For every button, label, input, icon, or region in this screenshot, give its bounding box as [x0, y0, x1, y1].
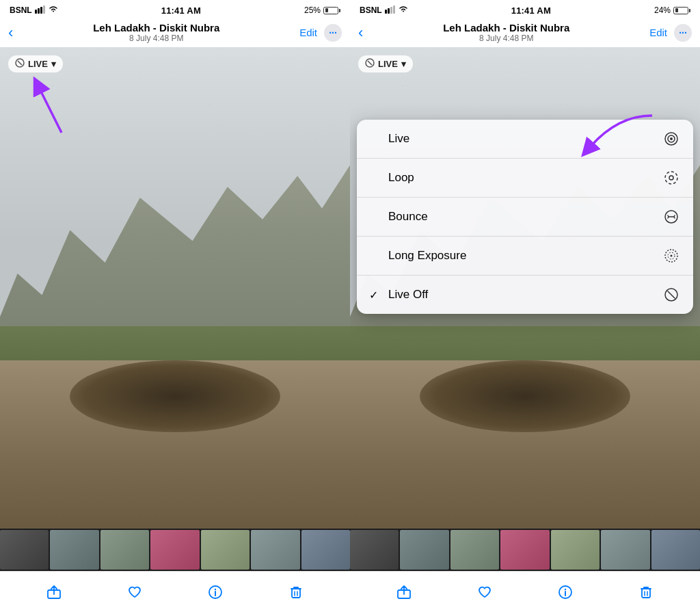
rock-patch-left [70, 360, 280, 433]
app-header-right: ‹ Leh Ladakh - Diskit Nubra 8 July 4:48 … [350, 19, 700, 47]
status-right-right: 24% [654, 5, 690, 15]
battery-icon-left [323, 7, 340, 14]
live-chevron-icon-right: ▾ [401, 59, 406, 69]
svg-point-10 [215, 588, 216, 589]
svg-rect-1 [38, 8, 40, 14]
battery-icon-right [673, 7, 690, 14]
header-center-right: Leh Ladakh - Diskit Nubra 8 July 4:48 PM [368, 22, 644, 43]
photo-area-left: LIVE ▾ [0, 47, 350, 529]
status-left: BSNL [10, 5, 58, 16]
info-button-left[interactable] [200, 577, 230, 607]
svg-rect-36 [642, 589, 650, 598]
thumb-4-left[interactable] [150, 530, 199, 570]
live-dropdown-menu: Live Loop [357, 120, 693, 314]
menu-label-live: Live [388, 132, 409, 146]
menu-item-live-off-left: ✓ Live Off [369, 288, 428, 302]
svg-point-35 [565, 588, 566, 589]
bottom-toolbar-left [0, 571, 350, 612]
header-title-right: Leh Ladakh - Diskit Nubra [368, 22, 644, 34]
live-badge-right[interactable]: LIVE ▾ [358, 55, 413, 72]
status-bar-right: BSNL 11:41 AM 24% [350, 0, 700, 19]
menu-check-live-off: ✓ [369, 289, 381, 302]
menu-item-long-exposure[interactable]: Long Exposure [357, 237, 693, 276]
thumb-2-left[interactable] [50, 530, 98, 570]
live-badge-left[interactable]: LIVE ▾ [8, 55, 63, 72]
menu-label-loop: Loop [388, 171, 414, 185]
info-button-right[interactable] [550, 577, 580, 607]
thumbnail-strip-right[interactable] [350, 529, 700, 571]
edit-button-left[interactable]: Edit [299, 27, 317, 38]
delete-button-right[interactable] [631, 577, 661, 607]
carrier-left: BSNL [10, 5, 32, 15]
menu-item-bounce-left: Bounce [369, 210, 428, 224]
svg-line-30 [668, 291, 675, 298]
svg-point-24 [669, 176, 673, 180]
svg-line-19 [368, 61, 372, 65]
header-actions-right: Edit ··· [649, 24, 692, 42]
wifi-icon-right [399, 5, 408, 15]
long-exposure-icon [662, 246, 681, 265]
thumb-5-right[interactable] [551, 530, 600, 570]
header-subtitle-right: 8 July 4:48 PM [368, 34, 644, 43]
header-subtitle-left: 8 July 4:48 PM [18, 34, 294, 43]
svg-rect-11 [292, 589, 300, 598]
more-button-left[interactable]: ··· [324, 24, 342, 42]
live-icon [662, 129, 681, 148]
thumb-6-right[interactable] [601, 530, 649, 570]
thumbnail-strip-left[interactable] [0, 529, 350, 571]
right-panel: BSNL 11:41 AM 24% [350, 0, 700, 612]
landscape-bg-left [0, 47, 350, 529]
share-button-left[interactable] [39, 577, 69, 607]
svg-rect-16 [390, 7, 392, 14]
like-button-right[interactable] [470, 577, 500, 607]
thumb-5-left[interactable] [201, 530, 250, 570]
app-header-left: ‹ Leh Ladakh - Diskit Nubra 8 July 4:48 … [0, 19, 350, 47]
signal-icon-left [35, 5, 46, 16]
back-button-left[interactable]: ‹ [8, 24, 13, 42]
menu-item-live-left: Live [369, 132, 409, 146]
svg-point-22 [670, 137, 673, 140]
live-chevron-icon-left: ▾ [51, 59, 56, 69]
thumb-3-right[interactable] [450, 530, 499, 570]
svg-line-5 [18, 61, 22, 65]
thumb-2-right[interactable] [400, 530, 448, 570]
status-bar-left: BSNL 11:41 AM 25% [0, 0, 350, 19]
menu-item-loop-left: Loop [369, 171, 414, 185]
header-center-left: Leh Ladakh - Diskit Nubra 8 July 4:48 PM [18, 22, 294, 43]
menu-label-long-exposure: Long Exposure [388, 249, 466, 263]
bottom-toolbar-right [350, 571, 700, 612]
svg-rect-14 [385, 10, 387, 14]
like-button-left[interactable] [120, 577, 150, 607]
thumb-1-left[interactable] [0, 530, 49, 570]
svg-rect-15 [388, 8, 390, 14]
more-button-right[interactable]: ··· [674, 24, 692, 42]
header-actions-left: Edit ··· [299, 24, 342, 42]
svg-rect-3 [43, 5, 45, 14]
svg-point-23 [665, 172, 677, 184]
carrier-right: BSNL [360, 5, 382, 15]
thumb-3-left[interactable] [100, 530, 149, 570]
menu-item-bounce[interactable]: Bounce [357, 198, 693, 237]
menu-item-long-exp-left: Long Exposure [369, 249, 466, 263]
thumb-7-right[interactable] [651, 530, 700, 570]
svg-rect-0 [35, 10, 37, 14]
signal-icon-right [385, 5, 396, 16]
thumb-7-left[interactable] [301, 530, 350, 570]
loop-icon [662, 168, 681, 187]
share-button-right[interactable] [389, 577, 419, 607]
thumb-6-left[interactable] [251, 530, 299, 570]
edit-button-right[interactable]: Edit [649, 27, 667, 38]
delete-button-left[interactable] [281, 577, 311, 607]
thumb-1-right[interactable] [350, 530, 399, 570]
menu-item-loop[interactable]: Loop [357, 159, 693, 198]
back-button-right[interactable]: ‹ [358, 24, 363, 42]
header-title-left: Leh Ladakh - Diskit Nubra [18, 22, 294, 34]
menu-item-live-off[interactable]: ✓ Live Off [357, 276, 693, 314]
live-badge-text-right: LIVE [378, 59, 398, 69]
menu-label-bounce: Bounce [388, 210, 428, 224]
rock-patch-right [420, 360, 630, 433]
menu-item-live[interactable]: Live [357, 120, 693, 159]
live-badge-icon-right [365, 58, 375, 70]
thumb-4-right[interactable] [500, 530, 549, 570]
status-left-right: BSNL [360, 5, 408, 16]
